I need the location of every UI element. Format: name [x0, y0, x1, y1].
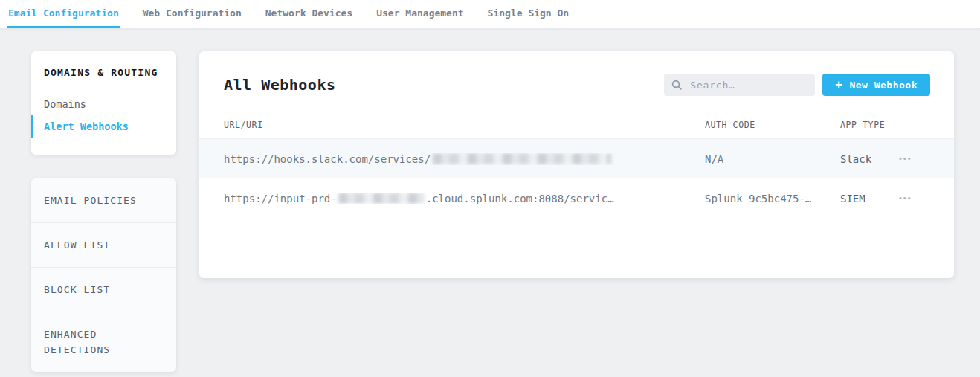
top-navigation: Email Configuration Web Configuration Ne… — [0, 0, 980, 29]
app-type-cell: SIEM — [840, 193, 897, 204]
new-webhook-button[interactable]: + New Webhook — [822, 74, 930, 96]
column-header-url: URL/URI — [224, 120, 705, 130]
row-actions-menu-icon[interactable]: ••• — [897, 191, 914, 205]
webhooks-panel-header: All Webhooks + New Webhook — [199, 51, 954, 96]
sidebar-item-email-policies[interactable]: EMAIL POLICIES — [31, 178, 176, 222]
plus-icon: + — [835, 79, 842, 91]
webhook-url-text: https://input-prd- — [224, 193, 337, 204]
search-box[interactable] — [664, 74, 815, 96]
redacted-url-segment — [338, 193, 425, 204]
row-menu-cell: ••• — [897, 152, 930, 166]
page-title: All Webhooks — [224, 76, 336, 94]
policy-sections-card: EMAIL POLICIES ALLOW LIST BLOCK LIST ENH… — [31, 178, 176, 372]
table-row: https://input-prd-.cloud.splunk.com:8088… — [199, 178, 954, 218]
column-header-app-type: APP TYPE — [840, 120, 897, 130]
column-header-auth-code: AUTH CODE — [705, 120, 840, 130]
table-header-row: URL/URI AUTH CODE APP TYPE — [199, 112, 954, 139]
sidebar-item-enhanced-detections[interactable]: ENHANCED DETECTIONS — [31, 312, 176, 372]
search-input[interactable] — [689, 79, 807, 91]
tab-web-configuration[interactable]: Web Configuration — [142, 0, 242, 28]
sidebar-item-domains[interactable]: Domains — [31, 93, 176, 115]
tab-single-sign-on[interactable]: Single Sign On — [487, 0, 570, 28]
table-row: https://hooks.slack.com/services/ N/A Sl… — [199, 139, 954, 178]
webhook-url-cell: https://input-prd-.cloud.splunk.com:8088… — [224, 193, 705, 204]
sidebar-item-block-list[interactable]: BLOCK LIST — [31, 267, 176, 312]
tab-network-devices[interactable]: Network Devices — [265, 0, 353, 28]
webhooks-table: URL/URI AUTH CODE APP TYPE https://hooks… — [199, 112, 954, 218]
webhook-url-text: https://hooks.slack.com/services/ — [224, 153, 431, 165]
new-webhook-button-label: New Webhook — [849, 80, 918, 91]
auth-code-cell: N/A — [705, 153, 840, 165]
sidebar-item-allow-list[interactable]: ALLOW LIST — [31, 222, 176, 267]
row-menu-cell: ••• — [897, 191, 930, 205]
settings-sidebar: DOMAINS & ROUTING Domains Alert Webhooks… — [31, 51, 176, 372]
tab-user-management[interactable]: User Management — [375, 0, 464, 28]
app-type-cell: Slack — [840, 153, 897, 165]
search-icon — [671, 80, 682, 90]
domains-routing-card: DOMAINS & ROUTING Domains Alert Webhooks — [31, 51, 176, 155]
auth-code-cell: Splunk 9c5bc475-… — [705, 193, 840, 204]
redacted-url-segment — [433, 153, 611, 164]
page-content: DOMAINS & ROUTING Domains Alert Webhooks… — [0, 29, 980, 372]
row-actions-menu-icon[interactable]: ••• — [897, 152, 914, 166]
header-actions: + New Webhook — [664, 74, 930, 96]
webhook-url-cell: https://hooks.slack.com/services/ — [224, 153, 705, 165]
tab-email-configuration[interactable]: Email Configuration — [7, 0, 120, 28]
sidebar-item-alert-webhooks[interactable]: Alert Webhooks — [31, 115, 176, 138]
webhook-url-suffix: .cloud.splunk.com:8088/servic… — [426, 193, 614, 204]
webhooks-panel: All Webhooks + New Webhook URL/URI — [199, 51, 954, 278]
domains-routing-heading: DOMAINS & ROUTING — [44, 67, 164, 78]
